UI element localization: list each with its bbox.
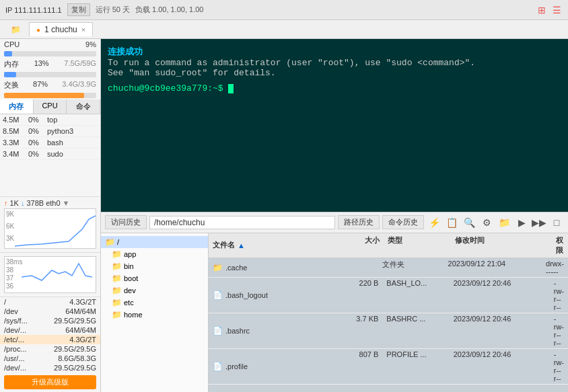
swap-label: 交换 bbox=[4, 80, 19, 90]
net-label-3k: 3K bbox=[6, 235, 14, 242]
disk-usage-6: 8.6G/58.3G bbox=[58, 354, 96, 362]
file-date-bash-logout: 2023/09/12 20:46 bbox=[450, 279, 550, 311]
tree-item-app[interactable]: 📁 app bbox=[101, 248, 208, 260]
stop-icon[interactable]: □ bbox=[549, 215, 564, 230]
search-icon[interactable]: 🔍 bbox=[462, 215, 476, 230]
tree-item-root[interactable]: 📁 / bbox=[101, 236, 208, 248]
disk-row-6: /usr/... 8.6G/58.3G bbox=[0, 354, 100, 363]
file-size-bash-logout: 220 B bbox=[329, 279, 383, 311]
disk-path-4: /etc/... bbox=[4, 336, 24, 344]
sort-icon: ▲ bbox=[238, 241, 245, 249]
cursor bbox=[228, 84, 234, 93]
ping-label-37: 37 bbox=[6, 274, 13, 282]
path-box[interactable]: /home/chuchu bbox=[149, 216, 335, 229]
tab-bar: 📁 ● 1 chuchu × bbox=[0, 20, 568, 39]
file-name-bash-logout: 📄 .bash_logout bbox=[209, 279, 329, 311]
download-val: 378B bbox=[26, 199, 44, 207]
tree-item-bin[interactable]: 📁 bin bbox=[101, 260, 208, 272]
term-line1: To run a command as administrator (user … bbox=[108, 58, 475, 68]
col-header-name[interactable]: 文件名 ▲ bbox=[209, 235, 330, 256]
tab-close-button[interactable]: × bbox=[81, 26, 85, 34]
file-perm-cache: drwx------ bbox=[542, 260, 568, 276]
folder-icon: 📁 bbox=[11, 25, 21, 34]
grid-icon[interactable]: ⊞ bbox=[536, 4, 548, 16]
disk-row-1: /dev 64M/64M bbox=[0, 307, 100, 316]
title-bar-left: IP 111.111.111.1 复制 运行 50 天 负载 1.00, 1.0… bbox=[5, 3, 203, 16]
fast-forward-icon[interactable]: ▶▶ bbox=[532, 215, 546, 230]
col-header-size[interactable]: 大小 bbox=[330, 235, 384, 256]
process-row: 3.3M 0% bash bbox=[0, 137, 100, 149]
ptab-cpu[interactable]: CPU bbox=[34, 100, 67, 114]
terminal[interactable]: 连接成功 To run a command as administrator (… bbox=[101, 39, 568, 212]
path-history-button[interactable]: 路径历史 bbox=[338, 215, 380, 229]
mem-val: 7.5G/59G bbox=[64, 59, 96, 69]
file-row-bash-logout[interactable]: 📄 .bash_logout 220 B BASH_LO... 2023/09/… bbox=[209, 278, 568, 313]
swap-pct: 87% bbox=[33, 80, 48, 90]
net-label-9k: 9K bbox=[6, 210, 14, 218]
process-list: 4.5M 0% top 8.5M 0% python3 3.3M 0% bash… bbox=[0, 114, 100, 196]
folder-icon-root: 📁 bbox=[105, 237, 115, 247]
process-row: 8.5M 0% python3 bbox=[0, 126, 100, 137]
net-section: ↑ 1K ↓ 378B eth0 ▼ 9K 6K 3K bbox=[0, 196, 100, 252]
clipboard-icon[interactable]: 📋 bbox=[444, 215, 459, 230]
disk-path-5: /proc... bbox=[4, 345, 27, 353]
disk-usage-4: 4.3G/2T bbox=[69, 336, 96, 344]
process-tabs: 内存 CPU 命令 bbox=[0, 100, 100, 114]
settings-icon[interactable]: ⚙ bbox=[479, 215, 494, 230]
tree-item-boot[interactable]: 📁 boot bbox=[101, 272, 208, 284]
tree-panel: 📁 / 📁 app 📁 bin 📁 boot 📁 dev bbox=[101, 233, 209, 393]
tree-item-home[interactable]: 📁 home bbox=[101, 309, 208, 321]
disk-row-4: /etc/... 4.3G/2T bbox=[0, 335, 100, 344]
file-date-bashrc: 2023/09/12 20:46 bbox=[450, 315, 550, 347]
file-size-profile: 807 B bbox=[329, 350, 383, 383]
file-date-cache: 2023/09/12 21:04 bbox=[444, 260, 542, 276]
col-header-date[interactable]: 修改时间 bbox=[451, 235, 552, 256]
visit-history-button[interactable]: 访问历史 bbox=[105, 215, 147, 229]
tree-item-etc[interactable]: 📁 etc bbox=[101, 297, 208, 309]
folder-icon-bin: 📁 bbox=[112, 262, 122, 271]
cmd-history-button[interactable]: 命令历史 bbox=[382, 215, 424, 229]
proc-name-0: top bbox=[47, 116, 98, 124]
cpu-value: 9% bbox=[85, 40, 96, 48]
proc-cpu-3: 0% bbox=[28, 150, 47, 158]
disk-row-0: / 4.3G/2T bbox=[0, 297, 100, 307]
proc-cpu-0: 0% bbox=[28, 116, 47, 124]
upgrade-button[interactable]: 升级高级版 bbox=[4, 375, 96, 389]
iface-label: eth0 bbox=[46, 199, 60, 207]
file-header: 文件名 ▲ 大小 类型 修改时间 权限 bbox=[209, 233, 568, 258]
ptab-mem[interactable]: 内存 bbox=[0, 100, 34, 114]
disk-row-7: /dev/... 29.5G/29.5G bbox=[0, 363, 100, 373]
file-row-bashrc[interactable]: 📄 .bashrc 3.7 KB BASHRC ... 2023/09/12 2… bbox=[209, 313, 568, 349]
menu-icon[interactable]: ☰ bbox=[551, 4, 563, 16]
disk-usage-0: 4.3G/2T bbox=[69, 298, 96, 306]
ptab-cmd[interactable]: 命令 bbox=[67, 100, 100, 114]
col-header-perm[interactable]: 权限 bbox=[552, 235, 568, 256]
cpu-label: CPU bbox=[4, 40, 20, 48]
file-size-bashrc: 3.7 KB bbox=[329, 315, 383, 347]
folder-tab[interactable]: 📁 bbox=[5, 24, 26, 36]
file-row-cache[interactable]: 📁 .cache 文件夹 2023/09/12 21:04 drwx------ bbox=[209, 258, 568, 278]
file-date-profile: 2023/09/12 20:46 bbox=[450, 350, 550, 383]
tree-etc-label: etc bbox=[124, 299, 134, 307]
ping-label-36: 36 bbox=[6, 282, 13, 290]
play-icon[interactable]: ▶ bbox=[514, 215, 529, 230]
file-row-profile[interactable]: 📄 .profile 807 B PROFILE ... 2023/09/12 … bbox=[209, 349, 568, 385]
copy-button[interactable]: 复制 bbox=[67, 3, 90, 16]
tree-home-label: home bbox=[124, 311, 143, 319]
disk-usage-3: 64M/64M bbox=[65, 326, 96, 334]
folder-open-icon[interactable]: 📁 bbox=[497, 215, 511, 230]
ping-label-38: 38 bbox=[6, 266, 13, 274]
lightning-icon[interactable]: ⚡ bbox=[427, 215, 441, 230]
ping-label-38ms: 38ms bbox=[6, 258, 22, 266]
disk-row-2: /sys/f... 29.5G/29.5G bbox=[0, 316, 100, 325]
col-header-type[interactable]: 类型 bbox=[384, 235, 451, 256]
tree-bin-label: bin bbox=[124, 262, 134, 270]
swap-stat: 交换 87% 3.4G/3.9G bbox=[0, 79, 100, 91]
file-type-bash-logout: BASH_LO... bbox=[382, 279, 449, 311]
net-label-6k: 6K bbox=[6, 223, 14, 230]
swap-val: 3.4G/3.9G bbox=[62, 80, 96, 90]
tree-item-dev[interactable]: 📁 dev bbox=[101, 284, 208, 297]
ping-graph-svg bbox=[22, 257, 96, 292]
tab-chuchu[interactable]: ● 1 chuchu × bbox=[29, 22, 93, 36]
ping-section: 38ms 38 37 36 bbox=[0, 252, 100, 297]
